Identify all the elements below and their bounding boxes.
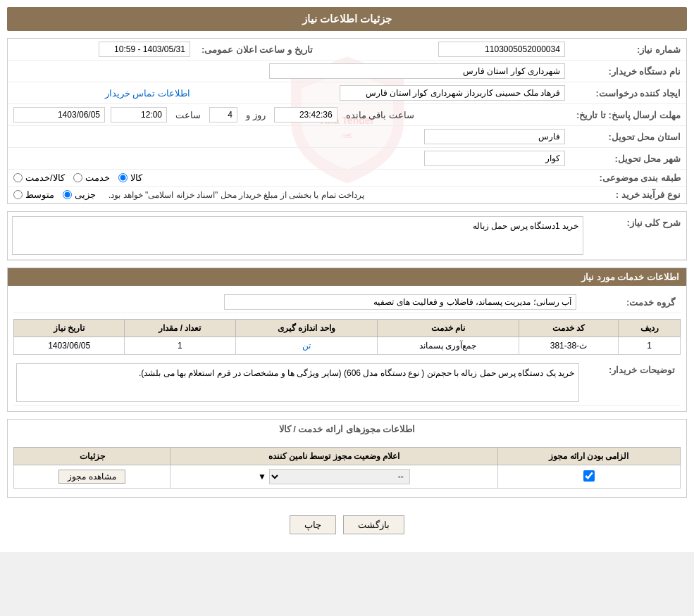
- time-label: ساعت: [175, 110, 201, 120]
- days-label: روز و: [246, 110, 266, 120]
- services-section-header: اطلاعات خدمات مورد نیاز: [8, 268, 686, 286]
- cell-rownum: 1: [619, 337, 681, 355]
- col-status: اعلام وضعیت مجوز توسط نامین کننده: [171, 448, 498, 465]
- date-label: تاریخ و ساعت اعلان عمومی:: [196, 39, 318, 61]
- buyer-notes-box: خرید یک دستگاه پرس حمل زباله با حجم‌تن (…: [16, 363, 579, 402]
- bottom-buttons: بازگشت چاپ: [7, 505, 687, 545]
- deadline-time-input: [111, 107, 167, 122]
- required-checkbox[interactable]: [583, 470, 595, 482]
- category-kala-khedmat-label: کالا/خدمت: [25, 172, 65, 183]
- need-desc-label: شرح کلی نیاز:: [588, 212, 686, 260]
- permits-header: اطلاعات مجوزهای ارائه خدمت / کالا: [8, 420, 686, 439]
- back-button[interactable]: بازگشت: [343, 515, 404, 534]
- buyer-name-input: [269, 63, 565, 79]
- deadline-label: مهلت ارسال پاسخ: تا تاریخ:: [571, 104, 686, 126]
- need-number-label: شماره نیاز:: [571, 39, 686, 61]
- cell-service-name: جمع‌آوری پسماند: [377, 337, 519, 355]
- remaining-time-input: [274, 107, 337, 122]
- purchase-type-label: نوع فرآیند خرید :: [571, 187, 686, 203]
- cell-status: -- ▼: [171, 465, 498, 489]
- creator-label: ایجاد کننده درخواست:: [571, 82, 686, 104]
- deadline-date-input: [13, 107, 105, 122]
- category-label: طبقه بندی موضوعی:: [571, 170, 686, 187]
- col-date: تاریخ نیاز: [14, 320, 125, 337]
- city-input: [424, 151, 565, 166]
- service-group-label: گروه خدمت:: [582, 291, 681, 313]
- col-code: کد خدمت: [519, 320, 619, 337]
- days-input: [209, 107, 237, 122]
- remaining-time-label: ساعت باقی مانده: [346, 110, 414, 120]
- province-input: [424, 129, 565, 144]
- col-name: نام خدمت: [377, 320, 519, 337]
- col-details: جزئیات: [14, 448, 171, 465]
- buyer-name-label: نام دستگاه خریدار:: [571, 61, 686, 82]
- buyer-notes-label: توضیحات خریدار:: [582, 360, 681, 406]
- view-permit-button[interactable]: مشاهده مجوز: [58, 470, 125, 484]
- date-input[interactable]: [99, 42, 190, 57]
- service-group-input: [224, 294, 576, 310]
- col-required: الزامی بودن ارائه مجوز: [497, 448, 680, 465]
- cell-quantity: 1: [125, 337, 235, 355]
- table-row: 1 ث-38-381 جمع‌آوری پسماند تن 1 1403/06/…: [14, 337, 681, 355]
- province-label: استان محل تحویل:: [571, 126, 686, 148]
- category-kala-khedmat-option[interactable]: کالا/خدمت: [13, 172, 65, 183]
- category-kala-option[interactable]: کالا: [118, 172, 142, 183]
- unit-link[interactable]: تن: [302, 341, 311, 351]
- need-number-input[interactable]: [438, 42, 565, 57]
- mottavsat-label: متوسط: [25, 189, 54, 200]
- permits-table: الزامی بودن ارائه مجوز اعلام وضعیت مجوز …: [13, 447, 681, 489]
- col-rownum: ردیف: [619, 320, 681, 337]
- services-table: ردیف کد خدمت نام خدمت واحد اندازه گیری ت…: [13, 319, 681, 355]
- cell-code: ث-38-381: [519, 337, 619, 355]
- purchase-type-jozii[interactable]: جزیی: [63, 189, 96, 200]
- category-khedmat-label: خدمت: [85, 172, 110, 183]
- purchase-type-desc: پرداخت تمام یا بخشی از مبلغ خریدار محل "…: [109, 190, 364, 200]
- col-unit: واحد اندازه گیری: [235, 320, 377, 337]
- page-title: جزئیات اطلاعات نیاز: [7, 7, 687, 31]
- permit-row: -- ▼ مشاهده مجوز: [14, 465, 681, 489]
- status-select[interactable]: --: [269, 469, 410, 484]
- print-button[interactable]: چاپ: [290, 515, 336, 534]
- dropdown-icon: ▼: [258, 472, 266, 482]
- cell-unit: تن: [235, 337, 377, 355]
- city-label: شهر محل تحویل:: [571, 148, 686, 170]
- cell-date: 1403/06/05: [14, 337, 125, 355]
- creator-input: [340, 85, 565, 101]
- need-description-box: خرید 1دستگاه پرس حمل زباله: [12, 216, 583, 255]
- purchase-type-mottavsat[interactable]: متوسط: [13, 189, 54, 200]
- category-kala-label: کالا: [130, 172, 142, 183]
- category-khedmat-option[interactable]: خدمت: [73, 172, 110, 183]
- jozii-label: جزیی: [75, 189, 96, 200]
- col-qty: تعداد / مقدار: [125, 320, 235, 337]
- cell-details: مشاهده مجوز: [14, 465, 171, 489]
- cell-required-checkbox: [497, 465, 680, 489]
- contact-link[interactable]: اطلاعات تماس خریدار: [105, 88, 190, 99]
